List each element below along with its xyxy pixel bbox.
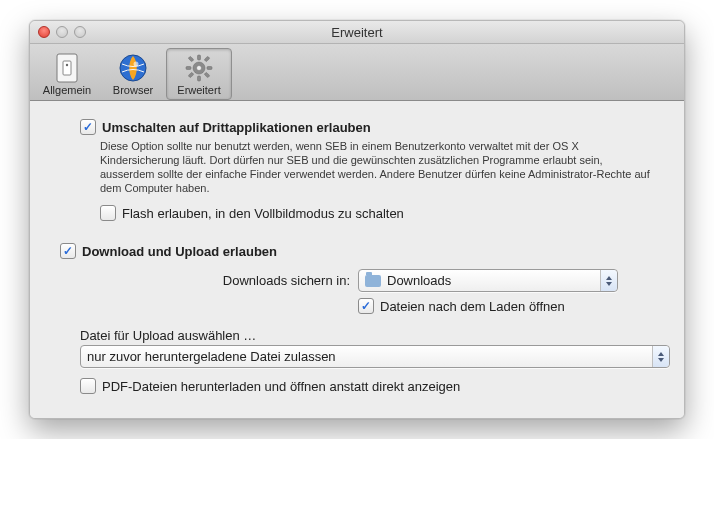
svg-rect-14 (204, 56, 210, 62)
flash-fullscreen-label: Flash erlauben, in den Vollbildmodus zu … (122, 206, 404, 221)
download-upload-label: Download und Upload erlauben (82, 244, 277, 259)
svg-point-7 (197, 66, 202, 71)
toolbar-tab-label: Browser (113, 84, 153, 96)
zoom-window-button[interactable] (74, 26, 86, 38)
svg-rect-11 (207, 67, 212, 70)
pdf-download-label: PDF-Dateien herunterladen und öffnen ans… (102, 379, 460, 394)
preferences-window: Erweitert Allgemein (29, 20, 685, 419)
toolbar-tab-label: Allgemein (43, 84, 91, 96)
chevron-updown-icon (600, 270, 617, 291)
content-pane: Umschalten auf Drittapplikationen erlaub… (30, 101, 684, 418)
upload-policy-select[interactable]: nur zuvor heruntergeladene Datei zulasse… (80, 345, 670, 368)
svg-point-5 (134, 62, 139, 67)
switch-thirdparty-checkbox[interactable] (80, 119, 96, 135)
toolbar-tab-erweitert[interactable]: Erweitert (166, 48, 232, 100)
downloads-folder-select[interactable]: Downloads (358, 269, 618, 292)
window-title: Erweitert (30, 25, 684, 40)
browser-icon (117, 52, 149, 84)
titlebar: Erweitert (30, 21, 684, 44)
open-after-download-checkbox[interactable] (358, 298, 374, 314)
open-after-download-checkbox-row[interactable]: Dateien nach dem Laden öffnen (358, 298, 565, 314)
svg-rect-12 (188, 56, 194, 62)
svg-point-2 (66, 64, 68, 66)
svg-rect-15 (188, 72, 194, 78)
general-icon (51, 52, 83, 84)
traffic-lights (38, 26, 86, 38)
switch-thirdparty-checkbox-row[interactable]: Umschalten auf Drittapplikationen erlaub… (80, 119, 654, 135)
svg-rect-10 (186, 67, 191, 70)
preferences-toolbar: Allgemein Browser (30, 44, 684, 101)
chevron-updown-icon (652, 346, 669, 367)
toolbar-tab-allgemein[interactable]: Allgemein (34, 48, 100, 100)
upload-policy-value: nur zuvor heruntergeladene Datei zulasse… (87, 349, 336, 364)
pdf-download-checkbox[interactable] (80, 378, 96, 394)
svg-rect-9 (198, 76, 201, 81)
open-after-download-label: Dateien nach dem Laden öffnen (380, 299, 565, 314)
download-upload-checkbox[interactable] (60, 243, 76, 259)
flash-fullscreen-checkbox-row[interactable]: Flash erlauben, in den Vollbildmodus zu … (100, 205, 654, 221)
toolbar-tab-browser[interactable]: Browser (100, 48, 166, 100)
close-window-button[interactable] (38, 26, 50, 38)
upload-select-label: Datei für Upload auswählen … (80, 328, 654, 343)
pdf-download-checkbox-row[interactable]: PDF-Dateien herunterladen und öffnen ans… (80, 378, 654, 394)
minimize-window-button[interactable] (56, 26, 68, 38)
toolbar-tab-label: Erweitert (177, 84, 220, 96)
downloads-save-label: Downloads sichern in: (60, 273, 358, 288)
download-upload-checkbox-row[interactable]: Download und Upload erlauben (60, 243, 654, 259)
switch-thirdparty-description: Diese Option sollte nur benutzt werden, … (100, 139, 654, 195)
svg-rect-13 (204, 72, 210, 78)
switch-thirdparty-label: Umschalten auf Drittapplikationen erlaub… (102, 120, 371, 135)
flash-fullscreen-checkbox[interactable] (100, 205, 116, 221)
svg-rect-8 (198, 55, 201, 60)
folder-icon (365, 275, 381, 287)
svg-rect-1 (63, 61, 71, 75)
downloads-folder-value: Downloads (387, 273, 451, 288)
gear-icon (183, 52, 215, 84)
